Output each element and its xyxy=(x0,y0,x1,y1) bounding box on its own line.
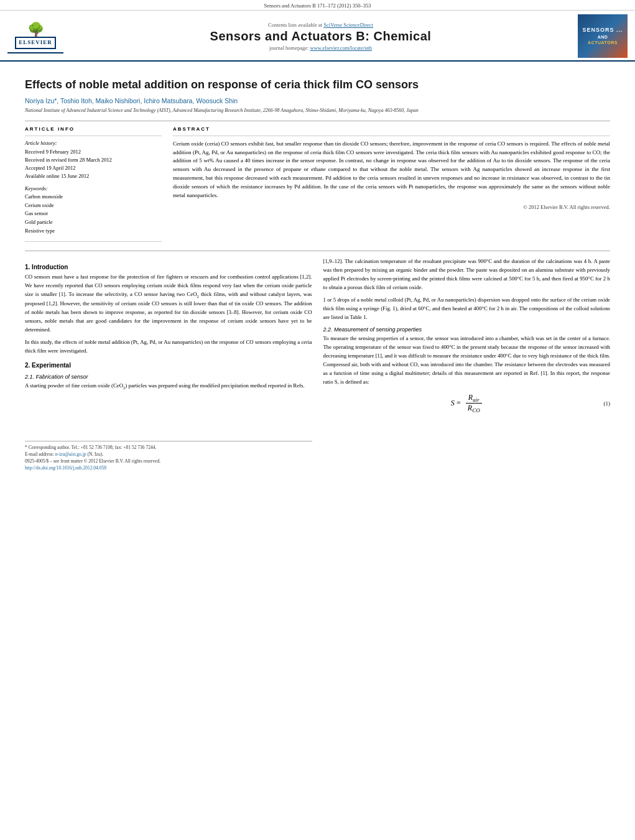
formula-s-label: S xyxy=(451,399,455,407)
body-right-col: [1,9–12]. The calcination temperature of… xyxy=(323,257,611,471)
formula-air-sub: air xyxy=(473,397,480,403)
divider-kw xyxy=(25,241,162,242)
journal-header: 🌳 ELSEVIER Contents lists available at S… xyxy=(0,11,635,62)
logo-actuators-text: ACTUATORS xyxy=(588,40,618,46)
keywords-label: Keywords: xyxy=(25,185,162,192)
abstract-text: Cerium oxide (ceria) CO sensors exhibit … xyxy=(173,140,610,201)
footnote-issn: 0925-4005/$ – see front matter © 2012 El… xyxy=(25,458,312,464)
formula-block: S = Rair RCO (1) xyxy=(323,393,611,414)
right-text-2: 1 or 5 drops of a noble metal colloid (P… xyxy=(323,296,611,322)
journal-ref-bar: Sensors and Actuators B 171–172 (2012) 3… xyxy=(0,0,635,11)
footnote-corresponding: * Corresponding author. Tel.: +81 52 736… xyxy=(25,444,312,451)
journal-homepage: journal homepage: www.elsevier.com/locat… xyxy=(70,45,572,51)
keyword-3: Gas sensor xyxy=(25,210,162,218)
sensing-heading: 2.2. Measurement of sensing properties xyxy=(323,326,611,333)
formula-numerator: Rair xyxy=(466,393,482,404)
received-date: Received 9 February 2012 xyxy=(25,148,162,156)
contents-line: Contents lists available at SciVerse Sci… xyxy=(70,22,572,28)
body-section: 1. Introduction CO sensors must have a f… xyxy=(25,257,610,471)
formula-equation: S = Rair RCO xyxy=(323,393,611,414)
formula-co-sub: CO xyxy=(472,408,480,414)
formula-fraction: Rair RCO xyxy=(465,393,483,414)
article-title: Effects of noble metal addition on respo… xyxy=(25,78,610,92)
keyword-4: Gold particle xyxy=(25,218,162,227)
right-text-1: [1,9–12]. The calcination temperature of… xyxy=(323,257,611,292)
intro-heading: 1. Introduction xyxy=(25,264,312,270)
elsevier-logo: 🌳 ELSEVIER xyxy=(7,19,63,53)
authors-line: Noriya Izu*, Toshio Itoh, Maiko Nishibor… xyxy=(25,97,610,104)
homepage-link[interactable]: www.elsevier.com/locate/snb xyxy=(310,45,373,51)
sensors-actuators-logo: SENSORS ... AND ACTUATORS xyxy=(578,14,628,58)
sensing-text: To measure the sensing properties of a s… xyxy=(323,335,611,386)
formula-denominator: RCO xyxy=(465,404,483,413)
doi-link[interactable]: http://dx.doi.org/10.1016/j.snb.2012.04.… xyxy=(25,465,106,471)
article-info-col: ARTICLE INFO Article history: Received 9… xyxy=(25,126,162,246)
article-history-block: Article history: Received 9 February 201… xyxy=(25,140,162,181)
article-info-label: ARTICLE INFO xyxy=(25,126,162,132)
footnote-doi: http://dx.doi.org/10.1016/j.snb.2012.04.… xyxy=(25,464,312,471)
accepted-date: Accepted 19 April 2012 xyxy=(25,164,162,172)
history-label: Article history: xyxy=(25,140,162,146)
divider-ab xyxy=(173,136,610,136)
elsevier-wordmark: ELSEVIER xyxy=(15,37,56,49)
keyword-5: Resistive type xyxy=(25,227,162,236)
intro-text-1: CO sensors must have a fast response for… xyxy=(25,273,312,335)
keyword-1: Carbon monoxide xyxy=(25,193,162,201)
journal-title: Sensors and Actuators B: Chemical xyxy=(70,29,572,44)
logo-and-text: AND xyxy=(598,34,608,40)
divider-2 xyxy=(25,251,610,251)
journal-title-center: Contents lists available at SciVerse Sci… xyxy=(63,22,578,51)
experimental-heading: 2. Experimental xyxy=(25,362,312,369)
footnote-email: E-mail address: n-izu@aist.go.jp (N. Izu… xyxy=(25,451,312,458)
affiliation: National Institute of Advanced Industria… xyxy=(25,107,610,114)
formula-equals: = xyxy=(457,399,463,407)
intro-text-2: In this study, the effects of noble meta… xyxy=(25,338,312,356)
fab-heading: 2.1. Fabrication of sensor xyxy=(25,374,312,380)
email-link[interactable]: n-izu@aist.go.jp xyxy=(55,451,86,457)
keyword-list: Carbon monoxide Cerium oxide Gas sensor … xyxy=(25,193,162,235)
footnote-area: * Corresponding author. Tel.: +81 52 736… xyxy=(25,441,312,472)
info-abstract-section: ARTICLE INFO Article history: Received 9… xyxy=(25,126,610,246)
sciverse-link[interactable]: SciVerse ScienceDirect xyxy=(323,22,373,28)
formula-number: (1) xyxy=(604,400,611,407)
abstract-copyright: © 2012 Elsevier B.V. All rights reserved… xyxy=(173,204,610,210)
journal-ref-text: Sensors and Actuators B 171–172 (2012) 3… xyxy=(264,2,371,9)
body-left-col: 1. Introduction CO sensors must have a f… xyxy=(25,257,312,471)
logo-sensors-text: SENSORS ... xyxy=(582,26,623,34)
abstract-label: ABSTRACT xyxy=(173,126,610,132)
fab-text: A starting powder of fine cerium oxide (… xyxy=(25,382,312,391)
abstract-col: ABSTRACT Cerium oxide (ceria) CO sensors… xyxy=(173,126,610,246)
main-content: Effects of noble metal addition on respo… xyxy=(0,62,635,478)
keyword-2: Cerium oxide xyxy=(25,201,162,210)
available-date: Available online 15 June 2012 xyxy=(25,172,162,180)
divider-ai xyxy=(25,136,162,136)
divider-1 xyxy=(25,121,610,121)
elsevier-tree-icon: 🌳 xyxy=(27,23,44,37)
revised-date: Received in revised form 28 March 2012 xyxy=(25,156,162,164)
